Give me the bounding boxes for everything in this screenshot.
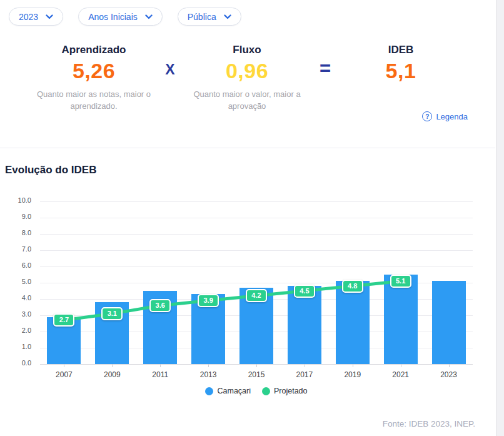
legend-item-cama-ari[interactable]: Camaçari — [205, 387, 251, 395]
chevron-down-icon — [46, 14, 53, 19]
legend-dot-icon — [262, 387, 270, 395]
source-note: Fonte: IDEB 2023, INEP. — [383, 419, 475, 428]
legend-dot-icon — [205, 387, 213, 395]
fluxo-value: 0,96 — [178, 59, 316, 83]
legend-label: Projetado — [274, 387, 308, 395]
y-axis-label: 6.0 — [0, 261, 31, 269]
chevron-down-icon — [145, 14, 153, 19]
fluxo-title: Fluxo — [178, 44, 316, 56]
y-axis-label: 10.0 — [0, 196, 31, 204]
projetado-value-label-2011: 3.6 — [149, 299, 171, 312]
y-axis-label: 3.0 — [0, 310, 31, 318]
chart-legend: CamaçariProjetado — [40, 387, 473, 395]
projetado-value-label-2015: 4.2 — [246, 289, 267, 302]
x-axis-label-2011: 2011 — [141, 370, 179, 379]
x-axis-label-2021: 2021 — [382, 370, 420, 379]
ideb-dashboard-page: 2023 Anos Iniciais Pública Aprendizado — [0, 0, 504, 436]
y-axis-label: 5.0 — [0, 278, 31, 285]
x-axis-label-2009: 2009 — [93, 370, 131, 379]
y-axis-label: 8.0 — [0, 229, 31, 236]
chart-section-title: Evolução do IDEB — [5, 164, 96, 176]
projetado-value-label-2009: 3.1 — [101, 307, 123, 320]
y-axis-label: 0.0 — [0, 359, 31, 367]
chevron-down-icon — [224, 14, 231, 19]
question-circle-icon: ? — [422, 111, 432, 121]
projetado-value-label-2019: 4.8 — [342, 280, 363, 293]
projetado-value-label-2021: 5.1 — [390, 275, 411, 288]
legenda-link[interactable]: ? Legenda — [422, 111, 468, 121]
equals-sign: = — [314, 58, 336, 80]
network-filter-value: Pública — [188, 12, 216, 22]
x-tick — [64, 364, 64, 367]
x-axis: 200720092011201320152017201920212023 — [40, 364, 473, 383]
y-axis-label: 1.0 — [0, 343, 31, 350]
aprendizado-block: Aprendizado 5,26 Quanto maior as notas, … — [25, 44, 163, 112]
y-axis-label: 2.0 — [0, 327, 31, 334]
x-tick — [305, 364, 305, 367]
aprendizado-description: Quanto maior as notas, maior o aprendiza… — [25, 88, 163, 112]
aprendizado-value: 5,26 — [25, 59, 163, 83]
aprendizado-title: Aprendizado — [25, 44, 163, 56]
projetado-value-label-2017: 4.5 — [294, 285, 315, 298]
ideb-block: IDEB 5,1 — [335, 44, 466, 83]
fluxo-description: Quanto maior o valor, maior a aprovação — [178, 88, 316, 112]
x-axis-label-2007: 2007 — [45, 370, 83, 379]
y-axis-label: 4.0 — [0, 294, 31, 302]
x-tick — [353, 364, 353, 367]
scrollbar-gutter[interactable] — [496, 0, 504, 436]
y-axis-label: 7.0 — [0, 245, 31, 253]
legend-item-projetado[interactable]: Projetado — [262, 387, 308, 395]
x-tick — [112, 364, 113, 367]
hero-section: 2023 Anos Iniciais Pública Aprendizado — [0, 0, 495, 148]
ideb-value: 5,1 — [335, 59, 466, 83]
x-tick — [256, 364, 257, 367]
year-filter-dropdown[interactable]: 2023 — [9, 8, 63, 26]
x-tick — [160, 364, 161, 367]
x-axis-label-2023: 2023 — [430, 370, 468, 379]
ideb-title: IDEB — [335, 44, 466, 56]
projetado-value-label-2013: 3.9 — [198, 294, 219, 307]
stage-filter-dropdown[interactable]: Anos Iniciais — [78, 8, 163, 26]
projetado-value-label-2007: 2.7 — [53, 313, 74, 327]
x-tick — [208, 364, 209, 367]
x-axis-label-2017: 2017 — [286, 370, 323, 379]
fluxo-block: Fluxo 0,96 Quanto maior o valor, maior a… — [178, 44, 316, 112]
year-filter-value: 2023 — [19, 12, 38, 22]
x-axis-label-2015: 2015 — [238, 370, 275, 379]
y-axis-label: 9.0 — [0, 213, 31, 220]
plot-area: 2.73.13.63.94.24.54.85.1 — [40, 201, 473, 364]
network-filter-dropdown[interactable]: Pública — [178, 8, 241, 26]
x-axis-label-2013: 2013 — [189, 370, 227, 379]
legend-label: Camaçari — [217, 387, 251, 395]
x-tick — [449, 364, 450, 367]
x-axis-label-2019: 2019 — [334, 370, 371, 379]
x-tick — [401, 364, 401, 367]
filter-bar: 2023 Anos Iniciais Pública — [9, 8, 241, 26]
stage-filter-value: Anos Iniciais — [88, 12, 138, 22]
chart-area: 2.73.13.63.94.24.54.85.1 200720092011201… — [0, 188, 495, 403]
legenda-label: Legenda — [436, 112, 468, 121]
